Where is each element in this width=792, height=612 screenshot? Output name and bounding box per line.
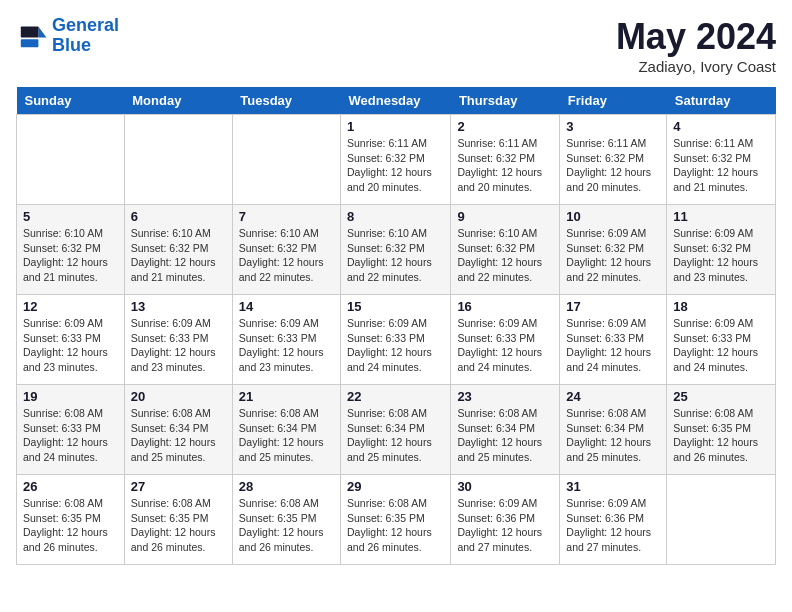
day-number: 3 bbox=[566, 119, 660, 134]
calendar-cell: 9Sunrise: 6:10 AMSunset: 6:32 PMDaylight… bbox=[451, 205, 560, 295]
svg-marker-0 bbox=[38, 26, 46, 37]
calendar-week-row: 5Sunrise: 6:10 AMSunset: 6:32 PMDaylight… bbox=[17, 205, 776, 295]
day-info: Sunrise: 6:09 AMSunset: 6:32 PMDaylight:… bbox=[673, 226, 769, 285]
day-number: 19 bbox=[23, 389, 118, 404]
location: Zadiayo, Ivory Coast bbox=[616, 58, 776, 75]
calendar-cell: 23Sunrise: 6:08 AMSunset: 6:34 PMDayligh… bbox=[451, 385, 560, 475]
calendar-cell: 11Sunrise: 6:09 AMSunset: 6:32 PMDayligh… bbox=[667, 205, 776, 295]
day-info: Sunrise: 6:08 AMSunset: 6:34 PMDaylight:… bbox=[566, 406, 660, 465]
calendar-cell: 10Sunrise: 6:09 AMSunset: 6:32 PMDayligh… bbox=[560, 205, 667, 295]
day-info: Sunrise: 6:08 AMSunset: 6:34 PMDaylight:… bbox=[347, 406, 444, 465]
day-number: 16 bbox=[457, 299, 553, 314]
calendar-cell: 14Sunrise: 6:09 AMSunset: 6:33 PMDayligh… bbox=[232, 295, 340, 385]
page-header: General Blue May 2024 Zadiayo, Ivory Coa… bbox=[16, 16, 776, 75]
day-number: 10 bbox=[566, 209, 660, 224]
day-number: 25 bbox=[673, 389, 769, 404]
calendar-cell bbox=[667, 475, 776, 565]
calendar-cell: 27Sunrise: 6:08 AMSunset: 6:35 PMDayligh… bbox=[124, 475, 232, 565]
day-number: 5 bbox=[23, 209, 118, 224]
day-number: 26 bbox=[23, 479, 118, 494]
calendar-cell: 22Sunrise: 6:08 AMSunset: 6:34 PMDayligh… bbox=[341, 385, 451, 475]
calendar-cell: 16Sunrise: 6:09 AMSunset: 6:33 PMDayligh… bbox=[451, 295, 560, 385]
title-block: May 2024 Zadiayo, Ivory Coast bbox=[616, 16, 776, 75]
weekday-header-row: SundayMondayTuesdayWednesdayThursdayFrid… bbox=[17, 87, 776, 115]
calendar-cell: 19Sunrise: 6:08 AMSunset: 6:33 PMDayligh… bbox=[17, 385, 125, 475]
calendar-cell bbox=[17, 115, 125, 205]
weekday-header: Tuesday bbox=[232, 87, 340, 115]
day-number: 1 bbox=[347, 119, 444, 134]
day-number: 4 bbox=[673, 119, 769, 134]
day-info: Sunrise: 6:09 AMSunset: 6:33 PMDaylight:… bbox=[23, 316, 118, 375]
calendar-week-row: 12Sunrise: 6:09 AMSunset: 6:33 PMDayligh… bbox=[17, 295, 776, 385]
day-info: Sunrise: 6:09 AMSunset: 6:33 PMDaylight:… bbox=[239, 316, 334, 375]
day-number: 13 bbox=[131, 299, 226, 314]
day-info: Sunrise: 6:10 AMSunset: 6:32 PMDaylight:… bbox=[131, 226, 226, 285]
logo-icon bbox=[16, 20, 48, 52]
day-info: Sunrise: 6:11 AMSunset: 6:32 PMDaylight:… bbox=[347, 136, 444, 195]
day-number: 21 bbox=[239, 389, 334, 404]
calendar-cell: 6Sunrise: 6:10 AMSunset: 6:32 PMDaylight… bbox=[124, 205, 232, 295]
calendar-cell: 18Sunrise: 6:09 AMSunset: 6:33 PMDayligh… bbox=[667, 295, 776, 385]
day-info: Sunrise: 6:09 AMSunset: 6:33 PMDaylight:… bbox=[457, 316, 553, 375]
day-number: 12 bbox=[23, 299, 118, 314]
day-info: Sunrise: 6:08 AMSunset: 6:34 PMDaylight:… bbox=[131, 406, 226, 465]
calendar-cell: 5Sunrise: 6:10 AMSunset: 6:32 PMDaylight… bbox=[17, 205, 125, 295]
calendar-cell bbox=[232, 115, 340, 205]
logo-text: General Blue bbox=[52, 16, 119, 56]
calendar-cell: 21Sunrise: 6:08 AMSunset: 6:34 PMDayligh… bbox=[232, 385, 340, 475]
day-number: 2 bbox=[457, 119, 553, 134]
day-number: 30 bbox=[457, 479, 553, 494]
calendar-week-row: 26Sunrise: 6:08 AMSunset: 6:35 PMDayligh… bbox=[17, 475, 776, 565]
calendar-cell: 20Sunrise: 6:08 AMSunset: 6:34 PMDayligh… bbox=[124, 385, 232, 475]
month-title: May 2024 bbox=[616, 16, 776, 58]
day-info: Sunrise: 6:10 AMSunset: 6:32 PMDaylight:… bbox=[239, 226, 334, 285]
day-number: 23 bbox=[457, 389, 553, 404]
calendar-cell: 8Sunrise: 6:10 AMSunset: 6:32 PMDaylight… bbox=[341, 205, 451, 295]
day-info: Sunrise: 6:08 AMSunset: 6:35 PMDaylight:… bbox=[23, 496, 118, 555]
day-info: Sunrise: 6:09 AMSunset: 6:33 PMDaylight:… bbox=[566, 316, 660, 375]
calendar-cell: 29Sunrise: 6:08 AMSunset: 6:35 PMDayligh… bbox=[341, 475, 451, 565]
calendar-cell: 25Sunrise: 6:08 AMSunset: 6:35 PMDayligh… bbox=[667, 385, 776, 475]
logo: General Blue bbox=[16, 16, 119, 56]
day-number: 8 bbox=[347, 209, 444, 224]
calendar-cell: 13Sunrise: 6:09 AMSunset: 6:33 PMDayligh… bbox=[124, 295, 232, 385]
calendar-cell: 4Sunrise: 6:11 AMSunset: 6:32 PMDaylight… bbox=[667, 115, 776, 205]
calendar-week-row: 1Sunrise: 6:11 AMSunset: 6:32 PMDaylight… bbox=[17, 115, 776, 205]
calendar-week-row: 19Sunrise: 6:08 AMSunset: 6:33 PMDayligh… bbox=[17, 385, 776, 475]
day-number: 9 bbox=[457, 209, 553, 224]
day-info: Sunrise: 6:08 AMSunset: 6:35 PMDaylight:… bbox=[239, 496, 334, 555]
day-info: Sunrise: 6:09 AMSunset: 6:36 PMDaylight:… bbox=[457, 496, 553, 555]
day-info: Sunrise: 6:10 AMSunset: 6:32 PMDaylight:… bbox=[347, 226, 444, 285]
weekday-header: Friday bbox=[560, 87, 667, 115]
day-number: 22 bbox=[347, 389, 444, 404]
day-number: 29 bbox=[347, 479, 444, 494]
day-info: Sunrise: 6:08 AMSunset: 6:34 PMDaylight:… bbox=[457, 406, 553, 465]
day-info: Sunrise: 6:08 AMSunset: 6:35 PMDaylight:… bbox=[673, 406, 769, 465]
day-number: 24 bbox=[566, 389, 660, 404]
day-number: 15 bbox=[347, 299, 444, 314]
day-number: 27 bbox=[131, 479, 226, 494]
day-info: Sunrise: 6:10 AMSunset: 6:32 PMDaylight:… bbox=[457, 226, 553, 285]
day-number: 31 bbox=[566, 479, 660, 494]
day-info: Sunrise: 6:09 AMSunset: 6:33 PMDaylight:… bbox=[131, 316, 226, 375]
calendar-table: SundayMondayTuesdayWednesdayThursdayFrid… bbox=[16, 87, 776, 565]
day-info: Sunrise: 6:08 AMSunset: 6:33 PMDaylight:… bbox=[23, 406, 118, 465]
calendar-cell: 24Sunrise: 6:08 AMSunset: 6:34 PMDayligh… bbox=[560, 385, 667, 475]
day-info: Sunrise: 6:10 AMSunset: 6:32 PMDaylight:… bbox=[23, 226, 118, 285]
day-number: 17 bbox=[566, 299, 660, 314]
calendar-cell: 28Sunrise: 6:08 AMSunset: 6:35 PMDayligh… bbox=[232, 475, 340, 565]
weekday-header: Monday bbox=[124, 87, 232, 115]
calendar-cell: 30Sunrise: 6:09 AMSunset: 6:36 PMDayligh… bbox=[451, 475, 560, 565]
calendar-cell: 12Sunrise: 6:09 AMSunset: 6:33 PMDayligh… bbox=[17, 295, 125, 385]
day-number: 28 bbox=[239, 479, 334, 494]
calendar-cell: 3Sunrise: 6:11 AMSunset: 6:32 PMDaylight… bbox=[560, 115, 667, 205]
weekday-header: Saturday bbox=[667, 87, 776, 115]
day-number: 7 bbox=[239, 209, 334, 224]
svg-rect-2 bbox=[21, 39, 39, 47]
day-number: 18 bbox=[673, 299, 769, 314]
calendar-cell: 1Sunrise: 6:11 AMSunset: 6:32 PMDaylight… bbox=[341, 115, 451, 205]
day-info: Sunrise: 6:09 AMSunset: 6:33 PMDaylight:… bbox=[673, 316, 769, 375]
day-info: Sunrise: 6:11 AMSunset: 6:32 PMDaylight:… bbox=[673, 136, 769, 195]
day-info: Sunrise: 6:08 AMSunset: 6:35 PMDaylight:… bbox=[347, 496, 444, 555]
day-number: 14 bbox=[239, 299, 334, 314]
